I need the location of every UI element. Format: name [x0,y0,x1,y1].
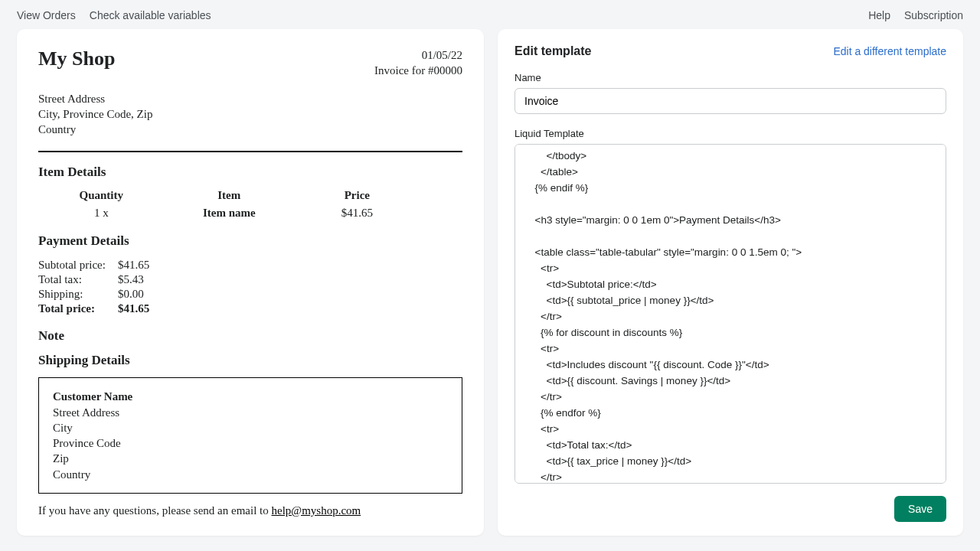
note-heading: Note [38,328,462,344]
invoice-date: 01/05/22 [374,47,462,63]
edit-template-panel: Edit template Edit a different template … [498,29,963,536]
shipping-details-heading: Shipping Details [38,353,462,368]
save-button[interactable]: Save [894,496,946,522]
shop-city-line: City, Province Code, Zip [38,106,462,122]
col-quantity: Quantity [38,189,165,205]
name-label: Name [514,72,946,83]
table-row: 1 x Item name $41.65 [38,205,420,221]
footer-note: If you have any questions, please send a… [38,504,462,517]
payment-details-heading: Payment Details [38,233,462,249]
col-item: Item [165,189,295,205]
divider [38,151,462,152]
template-name-input[interactable] [514,88,946,114]
subscription-link[interactable]: Subscription [904,9,963,21]
col-price: Price [294,189,420,205]
items-table: Quantity Item Price 1 x Item name $41.65 [38,189,420,221]
shop-street: Street Address [38,91,462,106]
view-orders-link[interactable]: View Orders [17,9,76,21]
help-link[interactable]: Help [868,9,890,21]
liquid-template-textarea[interactable] [514,144,946,484]
shop-name: My Shop [38,47,115,70]
template-preview: My Shop 01/05/22 Invoice for #00000 Stre… [17,29,484,536]
invoice-number: Invoice for #00000 [374,63,462,78]
help-email-link[interactable]: help@myshop.com [272,504,361,517]
item-details-heading: Item Details [38,165,462,180]
shop-country: Country [38,122,462,137]
payment-table: Subtotal price:$41.65 Total tax:$5.43 Sh… [38,258,149,316]
edit-different-template-link[interactable]: Edit a different template [833,45,946,57]
shipping-box: Customer Name Street Address City Provin… [38,377,462,494]
edit-template-title: Edit template [514,44,591,58]
liquid-label: Liquid Template [514,128,946,139]
check-variables-link[interactable]: Check available variables [90,9,211,21]
customer-name: Customer Name [53,389,448,404]
